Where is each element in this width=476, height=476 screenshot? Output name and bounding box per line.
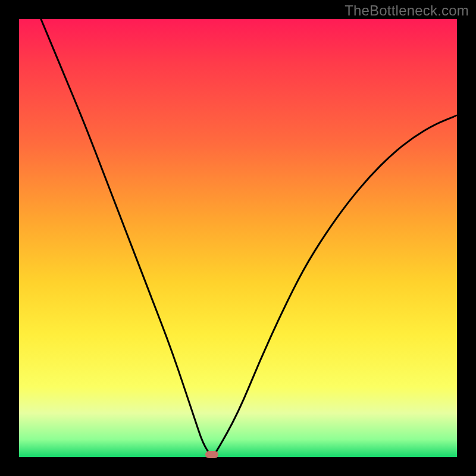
minimum-marker: [205, 451, 218, 458]
plot-area: [19, 19, 457, 457]
curve-path: [41, 19, 457, 455]
chart-frame: TheBottleneck.com: [0, 0, 476, 476]
watermark-label: TheBottleneck.com: [345, 2, 469, 19]
bottleneck-curve: [19, 19, 457, 457]
